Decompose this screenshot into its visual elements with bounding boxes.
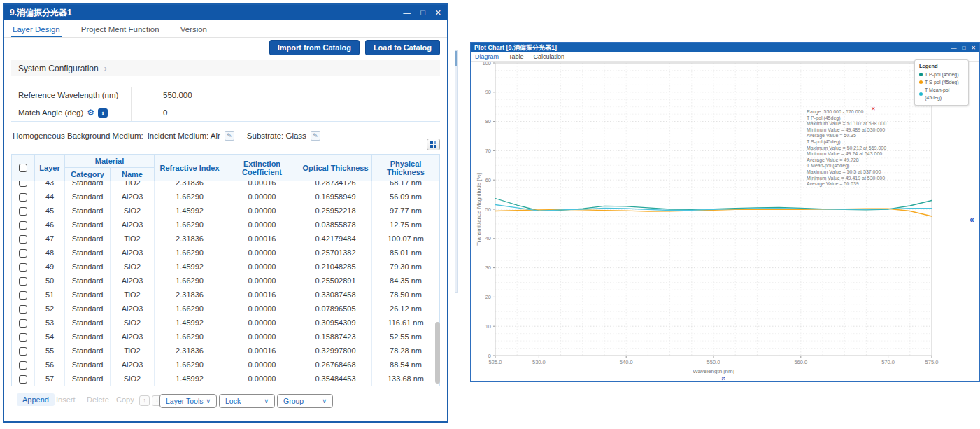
collapse-panel-icon[interactable]: «: [970, 215, 974, 225]
table-cell[interactable]: 0.00000: [225, 274, 299, 288]
table-cell[interactable]: 52.55 nm: [372, 330, 440, 344]
table-cell[interactable]: 0.00000: [225, 190, 299, 204]
table-row[interactable]: 51StandardTiO22.318360.000160.3308745878…: [12, 288, 440, 302]
table-cell[interactable]: Standard: [65, 344, 111, 358]
row-checkbox[interactable]: [19, 277, 27, 286]
table-cell[interactable]: Standard: [65, 181, 111, 190]
row-checkbox[interactable]: [19, 181, 27, 187]
table-cell[interactable]: Standard: [65, 204, 111, 218]
select-all-checkbox[interactable]: [19, 164, 27, 172]
table-cell[interactable]: 2.31836: [155, 181, 225, 190]
table-row[interactable]: 55StandardTiO22.318360.000160.3299780078…: [12, 344, 440, 358]
table-cell[interactable]: 1.45992: [155, 260, 225, 274]
table-cell[interactable]: 0.26768468: [299, 358, 372, 372]
table-row[interactable]: 57StandardSiO21.459920.000000.3548445313…: [12, 372, 440, 386]
table-cell[interactable]: 0.00016: [225, 232, 299, 246]
table-cell[interactable]: TiO2: [111, 181, 155, 190]
table-cell[interactable]: SiO2: [111, 260, 155, 274]
tab-version[interactable]: Version: [179, 22, 208, 37]
match-angle-value[interactable]: 0: [132, 108, 167, 117]
table-cell[interactable]: 1.66290: [155, 190, 225, 204]
row-checkbox[interactable]: [19, 207, 27, 216]
table-cell[interactable]: 0.00000: [225, 204, 299, 218]
table-cell[interactable]: 0.00000: [225, 330, 299, 344]
table-cell[interactable]: Standard: [65, 246, 111, 260]
table-cell[interactable]: 84.35 nm: [372, 274, 440, 288]
table-cell[interactable]: 78.28 nm: [372, 344, 440, 358]
table-cell[interactable]: TiO2: [111, 232, 155, 246]
table-cell[interactable]: 51: [35, 288, 65, 302]
table-cell[interactable]: 0.15887423: [299, 330, 372, 344]
insert-button[interactable]: Insert: [52, 393, 80, 406]
table-cell[interactable]: 97.77 nm: [372, 204, 440, 218]
table-cell[interactable]: 0.07896505: [299, 302, 372, 316]
row-checkbox[interactable]: [19, 305, 27, 314]
table-cell[interactable]: 1.66290: [155, 302, 225, 316]
table-cell[interactable]: 0.25502891: [299, 274, 372, 288]
tab-calculation[interactable]: Calculation: [534, 53, 565, 60]
table-cell[interactable]: 0.16958949: [299, 190, 372, 204]
table-row[interactable]: 43StandardTiO22.318360.000160.2873412668…: [12, 181, 440, 190]
table-cell[interactable]: 0.03855878: [299, 218, 372, 232]
table-cell[interactable]: Al2O3: [111, 218, 155, 232]
table-cell[interactable]: SiO2: [111, 316, 155, 330]
close-icon[interactable]: ✕: [971, 45, 976, 51]
table-cell[interactable]: Standard: [65, 358, 111, 372]
delete-button[interactable]: Delete: [83, 393, 113, 406]
table-cell[interactable]: SiO2: [111, 372, 155, 386]
table-cell[interactable]: 78.50 nm: [372, 288, 440, 302]
table-cell[interactable]: 12.75 nm: [372, 218, 440, 232]
table-cell[interactable]: 0.00016: [225, 181, 299, 190]
table-cell[interactable]: 1.66290: [155, 330, 225, 344]
table-cell[interactable]: Al2O3: [111, 190, 155, 204]
table-cell[interactable]: 2.31836: [155, 288, 225, 302]
move-up-button[interactable]: ↑: [139, 395, 150, 406]
table-cell[interactable]: 68.17 nm: [372, 181, 440, 190]
table-cell[interactable]: Standard: [65, 302, 111, 316]
table-cell[interactable]: 47: [35, 232, 65, 246]
table-row[interactable]: 45StandardSiO21.459920.000000.2595221897…: [12, 204, 440, 218]
table-cell[interactable]: 0.35484453: [299, 372, 372, 386]
table-cell[interactable]: 1.66290: [155, 274, 225, 288]
table-cell[interactable]: 116.61 nm: [372, 316, 440, 330]
table-cell[interactable]: 49: [35, 260, 65, 274]
table-cell[interactable]: 44: [35, 190, 65, 204]
table-row[interactable]: 56StandardAl2O31.662900.000000.267684688…: [12, 358, 440, 372]
table-cell[interactable]: 0.30954309: [299, 316, 372, 330]
table-cell[interactable]: 52: [35, 302, 65, 316]
table-cell[interactable]: 0.00000: [225, 260, 299, 274]
left-window-titlebar[interactable]: 9.消偏振分光器1 — □ ✕: [4, 5, 447, 20]
table-cell[interactable]: Standard: [65, 274, 111, 288]
tab-project-merit-function[interactable]: Project Merit Function: [80, 22, 161, 37]
row-checkbox[interactable]: [19, 221, 27, 230]
row-checkbox[interactable]: [19, 249, 27, 258]
table-cell[interactable]: SiO2: [111, 204, 155, 218]
table-scrollbar-thumb[interactable]: [435, 322, 440, 384]
row-checkbox[interactable]: [19, 235, 27, 244]
table-row[interactable]: 49StandardSiO21.459920.000000.2104828579…: [12, 260, 440, 274]
table-cell[interactable]: 0.21048285: [299, 260, 372, 274]
edit-incident-medium-icon[interactable]: ✎: [225, 131, 234, 141]
table-cell[interactable]: 0.33087458: [299, 288, 372, 302]
table-cell[interactable]: 79.30 nm: [372, 260, 440, 274]
table-cell[interactable]: 54: [35, 330, 65, 344]
table-cell[interactable]: 133.68 nm: [372, 372, 440, 386]
table-cell[interactable]: 43: [35, 181, 65, 190]
table-cell[interactable]: 2.31836: [155, 344, 225, 358]
table-cell[interactable]: 26.12 nm: [372, 302, 440, 316]
table-cell[interactable]: 0.00016: [225, 344, 299, 358]
table-cell[interactable]: Standard: [65, 190, 111, 204]
table-layout-button[interactable]: [427, 139, 440, 150]
splitter-thumb[interactable]: [455, 51, 457, 66]
row-checkbox[interactable]: [19, 361, 27, 370]
table-cell[interactable]: 56.09 nm: [372, 190, 440, 204]
layer-tools-dropdown[interactable]: Layer Tools ∨: [159, 394, 217, 408]
table-row[interactable]: 46StandardAl2O31.662900.000000.038558781…: [12, 218, 440, 232]
table-cell[interactable]: Standard: [65, 330, 111, 344]
row-checkbox[interactable]: [19, 347, 27, 356]
reference-wavelength-value[interactable]: 550.000: [132, 91, 192, 99]
table-cell[interactable]: Standard: [65, 260, 111, 274]
row-checkbox[interactable]: [19, 193, 27, 202]
table-cell[interactable]: Al2O3: [111, 246, 155, 260]
header-select-all[interactable]: [12, 155, 35, 181]
